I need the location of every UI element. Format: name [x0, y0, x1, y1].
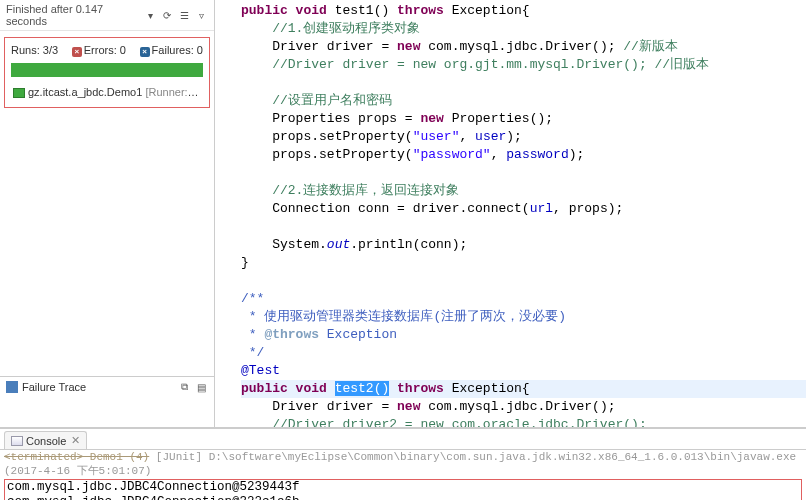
test-class: gz.itcast.a_jbdc.Demo1	[28, 86, 142, 98]
output-line: com.mysql.jdbc.JDBC4Connection@322c1e6b	[7, 495, 799, 500]
failure-icon: ×	[140, 47, 150, 57]
junit-panel: Finished after 0.147 seconds ▾ ⟳ ☰ ▿ Run…	[0, 0, 215, 427]
errors-value: 0	[120, 44, 126, 56]
console-tab[interactable]: Console ✕	[4, 431, 87, 449]
progress-bar	[11, 63, 203, 77]
compare-icon[interactable]: ⧉	[177, 380, 191, 394]
runs-value: 3/3	[43, 44, 58, 56]
failures-label: Failures:	[152, 44, 194, 56]
collapse-icon[interactable]: ▾	[143, 8, 157, 22]
failure-trace-label: Failure Trace	[22, 381, 86, 393]
code-content: public void test1() throws Exception{ //…	[215, 0, 806, 427]
junit-stats: Runs: 3/3 ×Errors: 0 ×Failures: 0 gz.itc…	[4, 37, 210, 108]
console-icon	[11, 436, 23, 446]
error-icon: ×	[72, 47, 82, 57]
terminated-line: <terminated> Demo1 (4) [JUnit] D:\softwa…	[4, 451, 802, 478]
code-editor[interactable]: public void test1() throws Exception{ //…	[215, 0, 806, 427]
console-view: Console ✕ <terminated> Demo1 (4) [JUnit]…	[0, 428, 806, 500]
trace-icon	[6, 381, 18, 393]
errors-label: Errors:	[84, 44, 117, 56]
filter-icon[interactable]: ▤	[194, 380, 208, 394]
close-icon[interactable]: ✕	[71, 434, 80, 447]
menu-icon[interactable]: ☰	[177, 8, 191, 22]
test-runner: [Runner: JUnit 4] (0.1	[145, 86, 205, 98]
failures-value: 0	[197, 44, 203, 56]
history-icon[interactable]: ⟳	[160, 8, 174, 22]
test-tree-item[interactable]: gz.itcast.a_jbdc.Demo1 [Runner: JUnit 4]…	[9, 83, 205, 101]
test-pass-icon	[13, 88, 25, 98]
junit-status: Finished after 0.147 seconds	[6, 3, 137, 27]
runs-label: Runs:	[11, 44, 40, 56]
console-tab-label: Console	[26, 435, 66, 447]
dropdown-icon[interactable]: ▿	[194, 8, 208, 22]
console-output: com.mysql.jdbc.JDBC4Connection@5239443f …	[4, 479, 802, 500]
output-line: com.mysql.jdbc.JDBC4Connection@5239443f	[7, 480, 799, 495]
failure-trace-header: Failure Trace ⧉ ▤	[0, 376, 214, 397]
